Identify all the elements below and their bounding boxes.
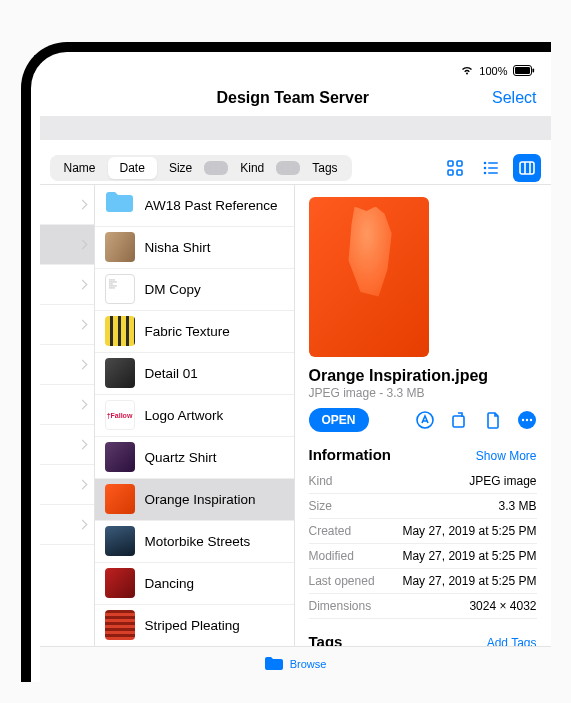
file-row[interactable]: Detail 01 [95,353,294,395]
parent-row[interactable] [40,225,94,265]
battery-percent: 100% [479,65,507,77]
info-value: 3.3 MB [498,499,536,513]
preview-image[interactable] [309,197,429,357]
sort-segmented-control[interactable]: NameDateSizeKindTags [50,155,352,181]
file-label: DM Copy [145,282,201,297]
search-field[interactable] [40,116,551,140]
parent-row[interactable] [40,265,94,305]
battery-icon [513,65,535,76]
info-row: Size3.3 MB [309,494,537,519]
markup-icon[interactable] [415,410,435,430]
svg-rect-2 [532,69,534,73]
chevron-right-icon [77,279,87,289]
sort-size[interactable]: Size [157,157,204,179]
parent-row[interactable] [40,505,94,545]
svg-rect-8 [488,162,498,164]
svg-point-9 [483,166,486,169]
chevron-right-icon [77,319,87,329]
file-label: Dancing [145,576,195,591]
svg-rect-12 [488,172,498,174]
sort-name[interactable]: Name [52,157,108,179]
info-row: KindJPEG image [309,469,537,494]
chevron-right-icon [77,399,87,409]
bottom-tab-bar: Browse [40,646,551,682]
file-row[interactable]: AW18 Past Reference [95,185,294,227]
info-key: Modified [309,549,354,563]
info-key: Kind [309,474,333,488]
chevron-right-icon [77,199,87,209]
file-row[interactable]: Motorbike Streets [95,521,294,563]
info-key: Created [309,524,352,538]
select-button[interactable]: Select [492,89,536,107]
parent-row[interactable] [40,465,94,505]
view-icons-button[interactable] [441,154,469,182]
svg-rect-10 [488,167,498,169]
sort-tags[interactable]: Tags [300,157,349,179]
chevron-right-icon [77,519,87,529]
svg-point-11 [483,171,486,174]
show-more-link[interactable]: Show More [476,449,537,463]
file-thumbnail [105,442,135,472]
file-row[interactable]: Striped Pleating [95,605,294,646]
parent-row[interactable] [40,385,94,425]
sort-kind[interactable]: Kind [228,157,276,179]
file-label: Nisha Shirt [145,240,211,255]
info-value: May 27, 2019 at 5:25 PM [402,524,536,538]
svg-rect-6 [457,170,462,175]
svg-point-21 [529,418,531,420]
add-tags-link[interactable]: Add Tags [487,636,537,646]
more-icon[interactable] [517,410,537,430]
info-heading: Information [309,446,392,463]
header: Design Team Server Select [40,82,551,114]
parent-row[interactable] [40,425,94,465]
svg-point-19 [521,418,523,420]
info-key: Size [309,499,332,513]
info-value: JPEG image [469,474,536,488]
file-thumbnail [105,316,135,346]
file-label: Quartz Shirt [145,450,217,465]
file-row[interactable]: Orange Inspiration [95,479,294,521]
file-row[interactable]: Quartz Shirt [95,437,294,479]
file-label: AW18 Past Reference [145,198,278,213]
parent-row[interactable] [40,185,94,225]
parent-row[interactable] [40,345,94,385]
column-parent [40,185,95,646]
view-columns-button[interactable] [513,154,541,182]
info-row: CreatedMay 27, 2019 at 5:25 PM [309,519,537,544]
browse-label[interactable]: Browse [290,658,327,670]
svg-rect-13 [520,162,534,174]
file-row[interactable]: Dancing [95,563,294,605]
file-thumbnail [105,358,135,388]
svg-point-20 [525,418,527,420]
file-row[interactable]: †FallowLogo Artwork [95,395,294,437]
chevron-right-icon [77,359,87,369]
info-value: May 27, 2019 at 5:25 PM [402,549,536,563]
svg-point-7 [483,161,486,164]
file-thumbnail: †Fallow [105,400,135,430]
chevron-right-icon [77,479,87,489]
info-row: ModifiedMay 27, 2019 at 5:25 PM [309,544,537,569]
svg-rect-3 [448,161,453,166]
doc-action-icon[interactable] [483,410,503,430]
rotate-icon[interactable] [449,410,469,430]
info-key: Dimensions [309,599,372,613]
file-row[interactable]: ━━━━━━━━━━━━━━━━DM Copy [95,269,294,311]
info-row: Last openedMay 27, 2019 at 5:25 PM [309,569,537,594]
file-row[interactable]: Fabric Texture [95,311,294,353]
svg-rect-4 [457,161,462,166]
column-detail: Orange Inspiration.jpeg JPEG image - 3.3… [295,185,551,646]
file-row[interactable]: Nisha Shirt [95,227,294,269]
open-button[interactable]: OPEN [309,408,369,432]
file-thumbnail [105,484,135,514]
view-list-button[interactable] [477,154,505,182]
status-bar: 100% [40,60,551,82]
file-label: Fabric Texture [145,324,230,339]
parent-row[interactable] [40,305,94,345]
info-value: 3024 × 4032 [469,599,536,613]
sort-date[interactable]: Date [108,157,157,179]
file-label: Logo Artwork [145,408,224,423]
browse-folder-icon[interactable] [264,656,284,673]
sort-bar: NameDateSizeKindTags [40,152,551,184]
column-files: AW18 Past ReferenceNisha Shirt━━━━━━━━━━… [95,185,295,646]
info-key: Last opened [309,574,375,588]
